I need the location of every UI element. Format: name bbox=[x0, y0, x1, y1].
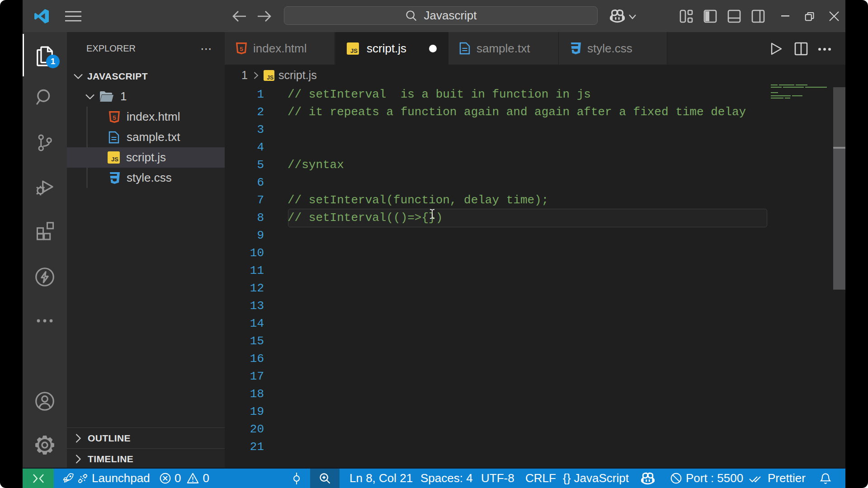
svg-text:5: 5 bbox=[113, 114, 116, 121]
svg-text:5: 5 bbox=[240, 46, 243, 52]
